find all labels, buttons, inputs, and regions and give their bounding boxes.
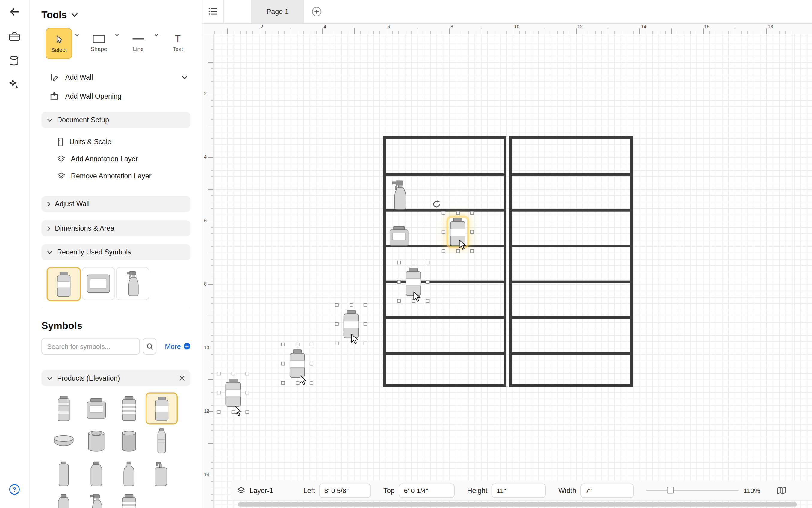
product-symbol-water-bottle[interactable] (146, 425, 178, 457)
recent-symbol-jar[interactable] (47, 267, 81, 301)
add-wall-opening-button[interactable]: Add Wall Opening (41, 88, 190, 104)
shelf-divider (512, 245, 630, 247)
ruler-icon (57, 137, 63, 146)
placed-symbol-jar-selected[interactable] (288, 349, 306, 378)
text-tool-button[interactable]: T Text (165, 28, 191, 58)
product-symbol-bottle-capped[interactable] (80, 458, 112, 490)
select-tool-button[interactable]: Select (46, 28, 72, 59)
minimap-icon[interactable] (777, 486, 786, 495)
zoom-slider-thumb[interactable] (667, 487, 673, 493)
chevron-down-icon (47, 251, 52, 254)
shelf-divider (512, 173, 630, 176)
product-symbol-spray-partial[interactable] (80, 490, 112, 508)
section-document-setup[interactable]: Document Setup (41, 112, 190, 128)
help-icon[interactable]: ? (9, 484, 20, 495)
shelf-divider (386, 173, 504, 176)
shelf-divider (512, 352, 630, 354)
width-input[interactable] (580, 483, 634, 498)
product-symbol-bottle-straight[interactable] (48, 458, 80, 490)
more-symbols-link[interactable]: More (165, 342, 190, 350)
line-tool-chevron-icon[interactable] (154, 33, 159, 36)
add-page-button[interactable] (312, 7, 322, 16)
units-scale-label: Units & Scale (69, 138, 111, 146)
search-icon (146, 342, 154, 350)
shelf-divider (512, 281, 630, 283)
line-icon (132, 35, 144, 43)
product-symbol-jar-labeled[interactable] (80, 392, 112, 424)
ruler-label: 2 (260, 24, 263, 29)
placed-symbol-spray-bottle[interactable] (392, 180, 407, 210)
add-wall-opening-label: Add Wall Opening (65, 92, 121, 100)
units-scale-item[interactable]: Units & Scale (41, 133, 190, 151)
ruler-corner (202, 24, 213, 34)
drawing-canvas[interactable] (213, 34, 812, 508)
wall-pencil-icon (50, 73, 58, 82)
rotate-handle-icon[interactable] (432, 200, 441, 209)
shelf-divider (512, 316, 630, 319)
back-arrow-icon[interactable] (9, 6, 20, 18)
tools-panel-header[interactable]: Tools (41, 7, 190, 23)
select-tool-chevron-icon[interactable] (75, 33, 80, 36)
recent-symbol-spray-bottle[interactable] (116, 267, 149, 300)
product-symbol-jar-selected[interactable] (146, 392, 178, 424)
product-symbol-jar-striped[interactable] (113, 392, 145, 424)
product-symbol-bottle-partial[interactable] (48, 490, 80, 508)
top-field-group: Top (383, 483, 455, 498)
product-symbol-jar-partial[interactable] (113, 490, 145, 508)
zoom-slider[interactable] (646, 487, 738, 494)
symbol-search-input[interactable] (41, 338, 140, 354)
ruler-label: 6 (204, 218, 207, 223)
toolbox-icon[interactable] (9, 31, 20, 42)
placed-symbol-jar-selected[interactable] (224, 379, 242, 407)
search-button[interactable] (143, 338, 156, 354)
shelving-unit-right[interactable] (509, 136, 633, 387)
width-field-label: Width (558, 486, 576, 494)
product-symbol-cylinder[interactable] (113, 425, 145, 457)
page-list-icon[interactable] (208, 7, 218, 15)
layers-remove-icon (57, 172, 65, 180)
shape-tool-chevron-icon[interactable] (114, 33, 119, 36)
product-symbol-bottle-banded[interactable] (48, 392, 80, 424)
text-tool-label: Text (173, 45, 183, 51)
product-symbol-bowl[interactable] (48, 425, 80, 457)
left-input[interactable] (319, 483, 371, 498)
add-wall-label: Add Wall (65, 74, 93, 81)
cursor-pointer-icon (54, 35, 63, 44)
divider (223, 0, 224, 24)
section-dimensions-area[interactable]: Dimensions & Area (41, 220, 190, 237)
wall-opening-icon (50, 91, 58, 100)
section-recently-used-symbols[interactable]: Recently Used Symbols (41, 244, 190, 260)
horizontal-scrollbar[interactable] (238, 502, 797, 507)
ruler-label: 6 (387, 24, 390, 29)
add-annotation-layer-item[interactable]: Add Annotation Layer (41, 151, 190, 168)
height-input[interactable] (491, 483, 546, 498)
section-adjust-wall[interactable]: Adjust Wall (41, 196, 190, 212)
recent-symbol-bin[interactable] (82, 267, 115, 300)
left-field-group: Left (303, 483, 371, 498)
remove-annotation-layer-item[interactable]: Remove Annotation Layer (41, 168, 190, 184)
product-symbol-canister[interactable] (80, 425, 112, 457)
shelf-divider (386, 316, 504, 319)
layer-selector[interactable]: Layer-1 (237, 486, 273, 494)
shelving-unit-left[interactable] (383, 136, 506, 387)
section-products-elevation[interactable]: Products (Elevation) (41, 370, 190, 386)
tab-page-1[interactable]: Page 1 (251, 0, 304, 24)
tools-panel: Tools Select Shape Line (30, 0, 202, 508)
placed-symbol-jar-wide[interactable] (389, 226, 409, 246)
line-tool-button[interactable]: Line (126, 28, 151, 58)
sparkles-icon[interactable] (9, 79, 19, 89)
close-icon[interactable] (179, 375, 185, 381)
add-wall-button[interactable]: Add Wall (41, 70, 190, 85)
product-symbol-pump-bottle[interactable] (146, 458, 178, 490)
shape-tool-button[interactable]: Shape (86, 28, 112, 58)
recently-used-tiles (47, 267, 191, 301)
left-field-label: Left (303, 486, 315, 494)
symbol-search-row: More (41, 338, 190, 354)
product-symbol-bottle-shoulder[interactable] (113, 458, 145, 490)
shelf-divider (386, 352, 504, 354)
add-annotation-layer-label: Add Annotation Layer (71, 155, 138, 163)
top-input[interactable] (399, 483, 455, 498)
height-field-label: Height (467, 486, 487, 494)
mouse-cursor (235, 406, 242, 417)
shape-library-icon[interactable] (9, 55, 19, 66)
